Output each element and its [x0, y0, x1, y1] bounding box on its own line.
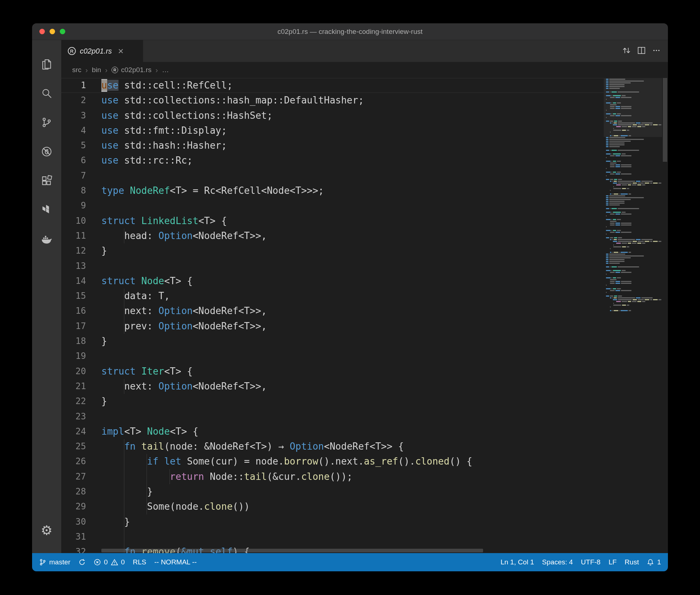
code-line[interactable]: 7 — [61, 168, 604, 183]
status-notifications[interactable]: 1 — [643, 553, 665, 571]
code-line[interactable]: 20struct Iter<T> { — [61, 364, 604, 379]
activity-item-settings[interactable]: ⚙ — [32, 516, 61, 545]
status-bar-right: Ln 1, Col 1Spaces: 4UTF-8LFRust1 — [497, 553, 665, 571]
code-line[interactable]: 21 next: Option<NodeRef<T>>, — [61, 379, 604, 394]
code-line[interactable]: 18} — [61, 334, 604, 349]
status-problems[interactable]: 00 — [90, 553, 129, 571]
code-line[interactable]: 17 prev: Option<NodeRef<T>>, — [61, 319, 604, 334]
code-line[interactable]: 30 } — [61, 514, 604, 529]
activity-item-docker[interactable] — [32, 224, 61, 254]
horizontal-scrollbar[interactable] — [101, 548, 604, 553]
code-text — [86, 529, 604, 544]
activity-item-source-control[interactable] — [32, 108, 61, 137]
status-branch[interactable]: master — [35, 553, 74, 571]
code-line[interactable]: 31 — [61, 529, 604, 544]
minimap[interactable] — [604, 78, 662, 553]
minimap-content — [604, 79, 662, 312]
code-line[interactable]: 6use std::rc::Rc; — [61, 153, 604, 168]
code-line[interactable]: 24impl<T> Node<T> { — [61, 424, 604, 439]
close-tab-icon[interactable] — [118, 47, 124, 55]
code-line[interactable]: 25 fn tail(node: &NodeRef<T>) → Option<N… — [61, 439, 604, 454]
code-line[interactable]: 15 data: T, — [61, 289, 604, 304]
code-line[interactable]: 14struct Node<T> { — [61, 274, 604, 289]
code-text: type NodeRef<T> = Rc<RefCell<Node<T>>>; — [86, 183, 604, 198]
indent-guide — [147, 484, 147, 499]
line-number: 24 — [61, 424, 86, 439]
status-encoding[interactable]: UTF-8 — [577, 553, 604, 571]
code-line[interactable]: 19 — [61, 349, 604, 364]
breadcrumb-item[interactable]: c02p01.rs — [112, 66, 151, 74]
sync-icon — [78, 559, 86, 566]
line-number: 22 — [61, 394, 86, 409]
code-text: head: Option<NodeRef<T>>, — [86, 228, 604, 243]
code-line[interactable]: 9 — [61, 198, 604, 213]
code-line[interactable]: 28 } — [61, 484, 604, 499]
tab-c02p01[interactable]: c02p01.rs — [61, 40, 143, 62]
zoom-window-button[interactable] — [60, 29, 65, 34]
code-line[interactable]: 2use std::collections::hash_map::Default… — [61, 93, 604, 108]
line-number: 6 — [61, 153, 86, 168]
status-cursor-position[interactable]: Ln 1, Col 1 — [497, 553, 538, 571]
line-number: 14 — [61, 274, 86, 289]
indent-guide — [124, 514, 124, 529]
status-indentation[interactable]: Spaces: 4 — [538, 553, 577, 571]
code-line[interactable]: 3use std::collections::HashSet; — [61, 108, 604, 123]
close-window-button[interactable] — [39, 29, 45, 34]
vertical-scrollbar[interactable] — [662, 78, 668, 553]
minimize-window-button[interactable] — [50, 29, 55, 34]
activity-item-debug-disabled[interactable] — [32, 137, 61, 166]
breadcrumb-label: c02p01.rs — [121, 66, 151, 74]
more-actions-button[interactable] — [652, 46, 661, 57]
breadcrumb-item[interactable]: bin — [92, 66, 101, 74]
code-line[interactable]: 8type NodeRef<T> = Rc<RefCell<Node<T>>>; — [61, 183, 604, 198]
activity-item-terraform[interactable] — [32, 195, 61, 224]
code-line[interactable]: 5use std::hash::Hasher; — [61, 138, 604, 153]
line-number: 4 — [61, 123, 86, 138]
code-line[interactable]: 29 Some(node.clone()) — [61, 499, 604, 514]
vertical-scrollbar-slider[interactable] — [663, 78, 667, 162]
status-vim-mode[interactable]: -- NORMAL -- — [150, 553, 201, 571]
code-line[interactable]: 13 — [61, 259, 604, 274]
line-number: 2 — [61, 93, 86, 108]
open-changes-button[interactable] — [622, 46, 631, 57]
code-line[interactable]: 1use std::cell::RefCell; — [61, 78, 604, 93]
code-line[interactable]: 10struct LinkedList<T> { — [61, 214, 604, 228]
editor-actions — [622, 40, 668, 62]
indent-guide — [124, 529, 124, 544]
code-line[interactable]: 16 next: Option<NodeRef<T>>, — [61, 304, 604, 318]
rust-icon — [112, 67, 118, 73]
code-line[interactable]: 26 if let Some(cur) = node.borrow().next… — [61, 454, 604, 469]
code-line[interactable]: 4use std::fmt::Display; — [61, 123, 604, 138]
breadcrumb-item[interactable]: src — [72, 66, 81, 74]
more-actions-icon — [652, 46, 661, 55]
code-line[interactable]: 22} — [61, 394, 604, 409]
activity-item-explorer[interactable] — [32, 50, 61, 79]
activity-item-extensions[interactable] — [32, 166, 61, 195]
status-bar-left: master00RLS-- NORMAL -- — [35, 553, 201, 571]
status-branch-label: master — [49, 558, 70, 566]
code-line[interactable]: 12} — [61, 243, 604, 258]
breadcrumb-label: … — [162, 66, 169, 74]
line-number: 16 — [61, 304, 86, 318]
status-sync[interactable] — [74, 553, 90, 571]
breadcrumb-item[interactable]: … — [162, 66, 169, 74]
title-bar[interactable]: c02p01.rs — cracking-the-coding-intervie… — [32, 23, 668, 40]
status-eol[interactable]: LF — [604, 553, 621, 571]
code-text: prev: Option<NodeRef<T>>, — [86, 319, 604, 334]
code-area: 1use std::cell::RefCell;2use std::collec… — [61, 78, 668, 553]
code-line[interactable]: 11 head: Option<NodeRef<T>>, — [61, 228, 604, 243]
status-rls[interactable]: RLS — [129, 553, 150, 571]
status-vim-mode-label: -- NORMAL -- — [154, 558, 197, 566]
code-line[interactable]: 27 return Node::tail(&cur.clone()); — [61, 469, 604, 484]
horizontal-scrollbar-slider[interactable] — [101, 549, 483, 552]
code-text: } — [86, 334, 604, 349]
settings-icon: ⚙ — [41, 524, 52, 537]
line-number: 20 — [61, 364, 86, 379]
code-line[interactable]: 23 — [61, 409, 604, 424]
breadcrumb: srcbinc02p01.rs… — [61, 62, 668, 78]
split-editor-button[interactable] — [637, 46, 646, 57]
activity-item-search[interactable] — [32, 79, 61, 108]
line-number: 19 — [61, 349, 86, 364]
line-number: 28 — [61, 484, 86, 499]
status-language-mode[interactable]: Rust — [621, 553, 643, 571]
